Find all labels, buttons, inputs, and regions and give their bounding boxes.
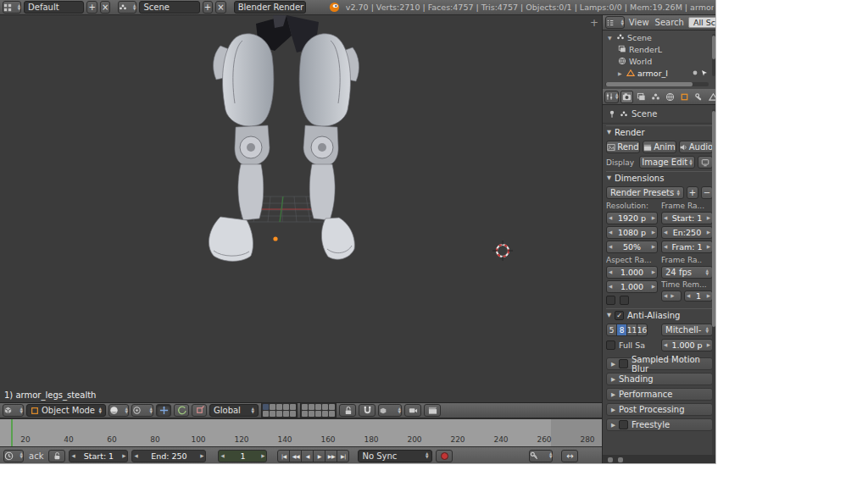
panel-freestyle[interactable]: ▶ Freestyle	[606, 418, 713, 431]
next-keyframe-button[interactable]: ▶▶	[325, 450, 337, 462]
layer-cell[interactable]	[263, 404, 269, 410]
keying-set-dropdown[interactable]: ▲▼	[529, 450, 553, 462]
render-animation-button[interactable]: Anim	[643, 141, 676, 153]
render-still-button[interactable]: Rend	[606, 141, 640, 153]
outliner-vertical-scrollbar[interactable]	[712, 34, 715, 76]
increase-arrow[interactable]: ▶	[198, 451, 205, 462]
remap-old-stepper[interactable]: ◀ ▶	[661, 291, 682, 302]
panel-performance[interactable]: ▶ Performance	[606, 388, 713, 401]
editor-type-button-timeline[interactable]: ▲▼	[3, 450, 24, 462]
decrease-arrow[interactable]: ◀	[607, 213, 614, 224]
increase-arrow[interactable]: ▶	[669, 291, 676, 302]
jump-to-start-button[interactable]: |◀	[277, 450, 290, 462]
add-region-handle[interactable]: +	[590, 18, 598, 28]
layer-cell[interactable]	[270, 404, 275, 410]
tab-modifiers[interactable]	[693, 91, 705, 103]
layer-cell[interactable]	[290, 411, 296, 417]
panel-header-render[interactable]: ▼ Render	[606, 125, 713, 138]
preview-range-lock-button[interactable]	[48, 450, 65, 462]
border-checkbox[interactable]	[606, 296, 615, 305]
layer-cell[interactable]	[315, 404, 321, 410]
cursor-arrow-icon[interactable]	[701, 69, 708, 76]
play-reverse-button[interactable]: ◀	[301, 450, 314, 462]
outliner-item-scene[interactable]: ▼ Scene	[603, 31, 716, 43]
frame-step-stepper[interactable]: ◀ Fram: 1 ▶	[661, 241, 713, 253]
decrease-arrow[interactable]: ◀	[685, 291, 692, 302]
restrict-dot-icon[interactable]	[692, 69, 698, 76]
panel-header-anti-aliasing[interactable]: ▼ ✓ Anti-Aliasing	[606, 308, 713, 321]
mode-dropdown[interactable]: Object Mode ▲▼	[26, 404, 106, 417]
increase-arrow[interactable]: ▶	[705, 291, 712, 302]
play-button[interactable]: ▶	[313, 450, 326, 462]
scrollbar-thumb[interactable]	[606, 82, 693, 86]
delete-scene-button[interactable]: ×	[215, 1, 226, 14]
scrollbar-thumb[interactable]	[712, 111, 715, 327]
outliner-horizontal-scrollbar[interactable]	[605, 82, 709, 86]
scrollbar-thumb[interactable]	[712, 36, 715, 59]
tab-render-layers[interactable]	[635, 91, 648, 103]
resolution-percent-stepper[interactable]: ◀ 50% ▶	[606, 241, 658, 253]
layer-cell[interactable]	[309, 411, 314, 417]
layer-cell[interactable]	[276, 411, 282, 417]
scene-name-dropdown[interactable]: Scene	[139, 1, 199, 14]
panel-header-dimensions[interactable]: ▼ Dimensions	[606, 171, 713, 184]
display-lock-button[interactable]	[698, 156, 713, 169]
layer-cell[interactable]	[270, 411, 275, 417]
increase-arrow[interactable]: ▶	[705, 213, 712, 224]
resolution-y-stepper[interactable]: ◀ 1080 p ▶	[606, 226, 658, 239]
editor-type-button-properties[interactable]: ▲▼	[604, 91, 619, 103]
increase-arrow[interactable]: ▶	[120, 451, 127, 462]
manipulator-scale-button[interactable]	[192, 404, 207, 417]
increase-arrow[interactable]: ▶	[705, 227, 712, 238]
playback-menu-clipped[interactable]: ack	[27, 451, 45, 461]
panel-post-processing[interactable]: ▶ Post Processing	[606, 403, 713, 416]
decrease-arrow[interactable]: ◀	[607, 227, 614, 238]
sampled-motion-blur-checkbox[interactable]	[619, 359, 628, 368]
resolution-x-stepper[interactable]: ◀ 1920 p ▶	[606, 212, 658, 224]
freestyle-checkbox[interactable]	[619, 420, 628, 429]
layer-cell[interactable]	[329, 404, 335, 410]
layer-cell[interactable]	[290, 404, 296, 410]
aa-filter-dropdown[interactable]: Mitchell- ▲▼	[661, 324, 713, 336]
tab-object[interactable]	[678, 91, 691, 103]
screen-layout-dropdown[interactable]: Default	[24, 1, 84, 14]
transform-orientation-dropdown[interactable]: Global ▲▼	[209, 404, 259, 417]
add-preset-button[interactable]: +	[687, 186, 698, 199]
render-opengl-anim-button[interactable]	[424, 404, 441, 417]
lock-to-scene-button[interactable]	[339, 404, 356, 417]
scene-browse-button[interactable]: ▲▼	[118, 1, 136, 14]
decrease-arrow[interactable]: ◀	[662, 291, 669, 302]
viewport-3d[interactable]: + 1) armor_legs_stealth	[0, 15, 602, 402]
auto-keyframe-button[interactable]	[436, 450, 453, 462]
layer-grid-1[interactable]	[261, 402, 298, 418]
editor-type-button-outliner[interactable]: ▲▼	[605, 16, 625, 29]
aspect-x-stepper[interactable]: ◀ 1.000 ▶	[606, 266, 658, 279]
increase-arrow[interactable]: ▶	[650, 281, 657, 292]
disclosure-triangle[interactable]: ▼	[608, 35, 614, 41]
increase-arrow[interactable]: ▶	[705, 241, 712, 252]
manipulator-rotate-button[interactable]	[174, 404, 189, 417]
render-engine-dropdown[interactable]: Blender Render ▲▼	[234, 1, 306, 14]
render-opengl-button[interactable]	[404, 404, 421, 417]
layer-cell[interactable]	[322, 411, 328, 417]
tab-object-data[interactable]	[707, 91, 716, 103]
anti-aliasing-checkbox[interactable]: ✓	[615, 311, 624, 320]
decrease-arrow[interactable]: ◀	[662, 227, 669, 238]
increase-arrow[interactable]: ▶	[650, 227, 657, 238]
add-layout-button[interactable]: +	[86, 1, 97, 14]
layer-cell[interactable]	[329, 411, 335, 417]
render-presets-dropdown[interactable]: Render Presets ▲▼	[606, 186, 684, 199]
pivot-point-dropdown[interactable]: ▲▼	[131, 404, 153, 417]
increase-arrow[interactable]: ▶	[705, 340, 712, 351]
outliner-search-menu[interactable]: Search	[654, 18, 686, 27]
layer-cell[interactable]	[276, 404, 282, 410]
layer-cell[interactable]	[309, 404, 314, 410]
layer-cell[interactable]	[302, 404, 308, 410]
current-frame-stepper[interactable]: ◀ 1 ▶	[218, 450, 267, 462]
layer-cell[interactable]	[322, 404, 328, 410]
aa-samples-16-button[interactable]: 16	[637, 324, 648, 336]
layer-grid-2[interactable]	[300, 402, 337, 418]
add-scene-button[interactable]: +	[203, 1, 214, 14]
tab-scene[interactable]	[649, 91, 662, 103]
increase-arrow[interactable]: ▶	[650, 213, 657, 224]
